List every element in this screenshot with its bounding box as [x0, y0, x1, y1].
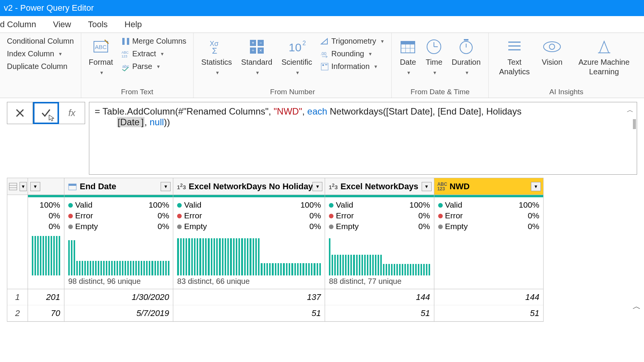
tab-view[interactable]: View	[44, 16, 79, 33]
date-button[interactable]: Date▼	[395, 34, 421, 78]
formula-input[interactable]: = Table.AddColumn(#"Renamed Columns", "N…	[89, 102, 637, 175]
trigonometry-button[interactable]: Trigonometry▼	[319, 35, 386, 47]
hist-bar	[34, 236, 36, 275]
formula-text: = Table.AddColumn(#"Renamed Columns",	[95, 106, 274, 116]
commit-formula-button[interactable]	[33, 102, 59, 124]
hist-bar	[92, 261, 94, 275]
filter-dropdown[interactable]: ▼	[312, 182, 322, 191]
table-cell[interactable]: 51	[325, 305, 434, 321]
hist-bar	[297, 263, 299, 275]
hist-bar	[183, 238, 184, 275]
extract-button[interactable]: ABC123Extract▼	[120, 48, 188, 60]
hist-bar	[230, 238, 232, 275]
duplicate-column-button[interactable]: Duplicate Column	[5, 61, 76, 72]
svg-text:−: −	[259, 40, 262, 46]
format-button[interactable]: ABC Format▼	[84, 34, 118, 78]
table-cell[interactable]: 51	[173, 305, 325, 321]
filter-dropdown[interactable]: ▼	[422, 182, 432, 191]
text-analytics-button[interactable]: Text Analytics	[492, 34, 537, 78]
title-bar: v2 - Power Query Editor	[0, 0, 644, 16]
merge-columns-button[interactable]: Merge Columns	[120, 35, 188, 47]
valid-label: Valid	[336, 200, 353, 209]
vision-button[interactable]: Vision	[537, 34, 567, 69]
table-cell[interactable]: 51	[434, 305, 543, 321]
hist-bar	[125, 261, 126, 275]
table-cell[interactable]: 1/30/2020	[64, 289, 173, 305]
table-cell[interactable]: 144	[434, 289, 543, 305]
fx-icon: fx	[68, 108, 76, 118]
tab-add-column[interactable]: d Column	[0, 16, 44, 33]
filter-dropdown[interactable]: ▼	[30, 182, 40, 191]
rounding-button[interactable]: .00Rounding▼	[319, 48, 386, 60]
vertical-scrollbar-up[interactable]: ︿	[632, 299, 642, 314]
cancel-formula-button[interactable]	[7, 102, 33, 124]
formula-scrollbar[interactable]	[633, 119, 636, 129]
column-header[interactable]: End Date▼	[64, 178, 173, 195]
svg-rect-3	[127, 38, 129, 45]
hist-bar	[119, 261, 121, 275]
azure-ml-button[interactable]: Azure Machine Learning	[567, 34, 641, 78]
label: Format	[89, 58, 113, 66]
column-header[interactable]: ▼	[7, 178, 28, 195]
chevron-down-icon: ▼	[373, 64, 378, 69]
fx-button[interactable]: fx	[59, 102, 85, 124]
time-button[interactable]: Time▼	[421, 34, 447, 78]
scientific-button[interactable]: 102 Scientific▼	[277, 34, 317, 78]
column-header[interactable]: 123Excel NetworkDays▼	[325, 178, 434, 195]
hist-bar	[146, 261, 148, 275]
hist-bar	[375, 255, 376, 275]
filter-dropdown[interactable]: ▼	[20, 182, 27, 191]
table-cell[interactable]: 5/7/2019	[64, 305, 173, 321]
table-cell[interactable]: 201	[28, 289, 64, 305]
table-cell[interactable]: 2	[7, 305, 28, 321]
tab-help[interactable]: Help	[116, 16, 150, 33]
column-header[interactable]: ABC123NWD▼	[434, 178, 543, 195]
tab-tools[interactable]: Tools	[79, 16, 116, 33]
svg-rect-44	[69, 184, 76, 186]
table-cell[interactable]: 137	[173, 289, 325, 305]
hist-bar	[100, 261, 102, 275]
datatype-icon: 123	[176, 181, 187, 192]
table-icon	[8, 181, 17, 192]
hist-bar	[32, 236, 33, 275]
formula-keyword: null	[150, 117, 164, 127]
empty-percent: 0%	[158, 222, 169, 231]
hist-bar	[332, 255, 333, 275]
hist-bar	[244, 238, 246, 275]
filter-dropdown[interactable]: ▼	[531, 182, 541, 191]
table-cell[interactable]: 1	[7, 289, 28, 305]
error-label: Error	[75, 211, 93, 220]
duration-button[interactable]: Duration▼	[447, 34, 485, 78]
information-button[interactable]: Information▼	[319, 61, 386, 72]
table-cell[interactable]: 144	[325, 289, 434, 305]
column-header[interactable]: ▼	[28, 178, 64, 195]
table-cell[interactable]: 70	[28, 305, 64, 321]
hist-bar	[356, 255, 358, 275]
hist-bar	[308, 263, 310, 275]
parse-button[interactable]: abcParse▼	[120, 61, 188, 72]
statistics-button[interactable]: ΧσΣ Statistics▼	[197, 34, 237, 78]
hist-bar	[141, 261, 142, 275]
hist-bar	[160, 261, 161, 275]
error-percent: 0%	[418, 211, 430, 220]
chevron-down-icon: ▼	[99, 70, 104, 75]
formula-bar: fx = Table.AddColumn(#"Renamed Columns",…	[0, 98, 644, 175]
hist-bar	[391, 264, 393, 275]
ribbon-tabs: d Column View Tools Help	[0, 16, 644, 33]
standard-button[interactable]: +−÷× Standard▼	[237, 34, 277, 78]
valid-dot-icon	[177, 203, 182, 208]
hist-bar	[43, 236, 44, 275]
hist-bar	[208, 238, 209, 275]
conditional-column-button[interactable]: Conditional Column	[5, 35, 76, 47]
collapse-formula-button[interactable]: ︿	[627, 105, 634, 115]
column-header[interactable]: 123Excel NetworkDays No Holidays▼	[173, 178, 325, 195]
hist-bar	[122, 261, 123, 275]
column-profile: Valid100%Error0%Empty0%	[325, 197, 434, 233]
index-column-button[interactable]: Index Column▼	[5, 48, 76, 60]
empty-label: Empty	[336, 222, 359, 231]
hist-bar	[272, 263, 273, 275]
hist-bar	[275, 263, 276, 275]
hist-bar	[337, 255, 338, 275]
label: Vision	[542, 57, 562, 67]
filter-dropdown[interactable]: ▼	[161, 182, 171, 191]
